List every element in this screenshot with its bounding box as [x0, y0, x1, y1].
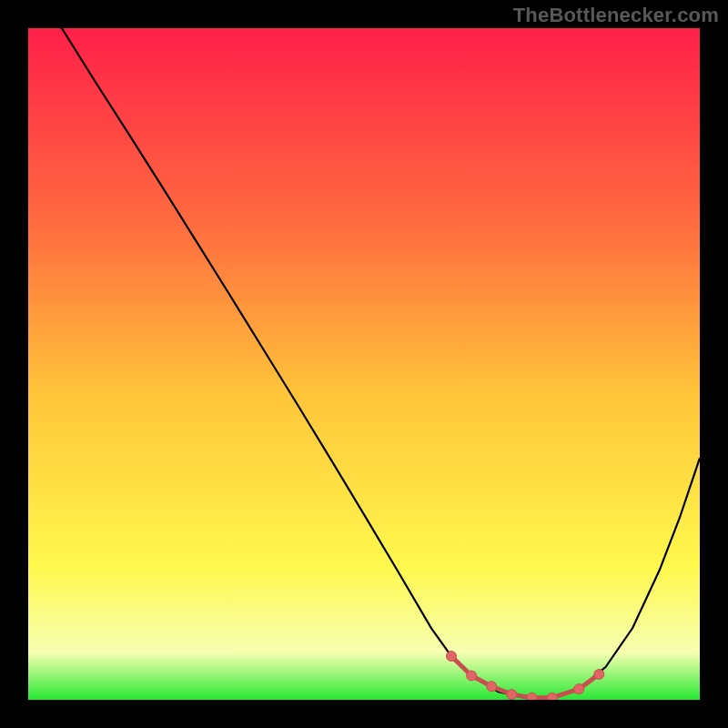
optimal-range-marker: [574, 684, 584, 694]
watermark-text: TheBottlenecker.com: [513, 4, 719, 27]
optimal-range-marker: [594, 669, 604, 679]
optimal-range-marker: [446, 652, 456, 662]
optimal-range-marker: [507, 690, 517, 700]
gradient-background: [28, 28, 700, 700]
plot-svg: [28, 28, 700, 700]
optimal-range-marker: [527, 693, 537, 700]
optimal-range-marker: [487, 682, 497, 692]
optimal-range-marker: [547, 693, 557, 700]
optimal-range-marker: [467, 671, 477, 681]
chart-frame: TheBottlenecker.com: [0, 0, 728, 728]
bottleneck-plot: [28, 28, 700, 700]
